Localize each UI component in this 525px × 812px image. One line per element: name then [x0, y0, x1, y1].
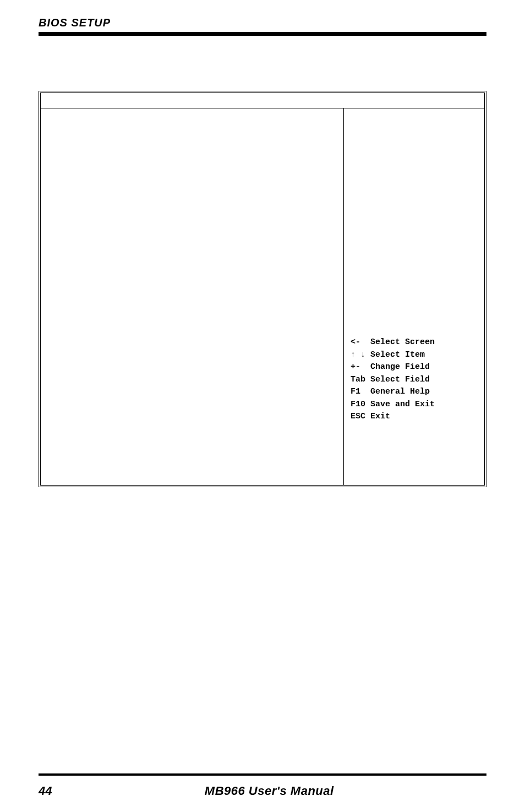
page-number: 44 — [39, 784, 52, 798]
bios-body: <- Select Screen ↑ ↓ Select Item +- Chan… — [41, 108, 484, 485]
help-select-field: Tab Select Field — [351, 374, 478, 386]
page-footer: 44 MB966 User's Manual — [0, 773, 525, 798]
help-general-help: F1 General Help — [351, 386, 478, 399]
help-select-item: ↑ ↓ Select Item — [351, 349, 478, 362]
bios-main-panel[interactable] — [41, 108, 344, 485]
help-change-field: +- Change Field — [351, 361, 478, 374]
header-underline — [39, 32, 486, 36]
footer-line — [39, 773, 486, 776]
bios-screen: <- Select Screen ↑ ↓ Select Item +- Chan… — [39, 91, 486, 487]
bios-help-panel: <- Select Screen ↑ ↓ Select Item +- Chan… — [344, 108, 484, 485]
help-select-screen: <- Select Screen — [351, 336, 478, 349]
bios-title-row — [41, 93, 484, 108]
footer-title: MB966 User's Manual — [52, 784, 486, 798]
page-header: BIOS SETUP — [0, 0, 525, 41]
header-title: BIOS SETUP — [39, 17, 486, 29]
help-exit: ESC Exit — [351, 411, 478, 423]
help-save-exit: F10 Save and Exit — [351, 399, 478, 411]
footer-content: 44 MB966 User's Manual — [0, 784, 525, 798]
